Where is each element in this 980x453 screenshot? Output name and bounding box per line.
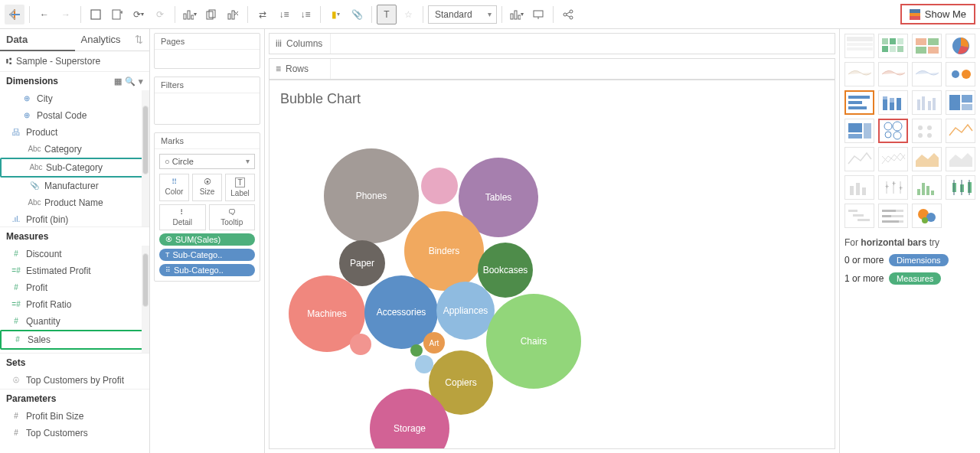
field-profit-ratio[interactable]: =#Profit Ratio [0, 296, 149, 313]
thumb-pie-map[interactable] [946, 62, 975, 86]
thumb-box-plot[interactable] [946, 175, 975, 200]
star-icon[interactable]: ☆ [398, 5, 418, 24]
marks-label-button[interactable]: TLabel [225, 174, 255, 201]
new-datasource-icon[interactable] [107, 5, 127, 24]
autoupdate-icon[interactable]: ⟳▾ [129, 5, 149, 24]
search-icon[interactable]: 🔍 [125, 77, 136, 86]
bubble-paper[interactable]: Paper [339, 240, 385, 286]
svg-point-66 [927, 125, 932, 130]
thumb-circle-views[interactable] [912, 119, 942, 143]
filters-card[interactable]: Filters [154, 77, 260, 125]
columns-shelf[interactable]: iiiColumns [269, 33, 835, 54]
svg-rect-18 [514, 11, 517, 19]
highlight-icon[interactable]: ▮▾ [325, 5, 345, 24]
bubble-bookcases[interactable]: Bookcases [478, 243, 533, 298]
marks-color-button[interactable]: ⠿Color [159, 174, 189, 201]
thumb-treemap[interactable] [946, 90, 975, 115]
thumb-side-by-side-bar[interactable] [912, 90, 942, 115]
back-button[interactable]: ← [34, 5, 54, 24]
bubble-chairs[interactable]: Chairs [486, 294, 581, 389]
duplicate-icon[interactable] [201, 5, 221, 24]
save-icon[interactable] [86, 5, 106, 24]
field-postal-code[interactable]: ⊕Postal Code [0, 107, 149, 124]
field-sales[interactable]: #Sales [0, 330, 149, 350]
bubble-chart[interactable]: PhonesTablesBindersMachinesAccessoriesAp… [270, 113, 835, 449]
marks-tooltip-button[interactable]: 🗨Tooltip [209, 204, 256, 230]
bubble-unlabeled[interactable] [421, 168, 458, 204]
viz-title[interactable]: Bubble Chart [280, 91, 835, 107]
bubble-unlabeled[interactable] [350, 334, 371, 355]
thumb-stacked-bar[interactable] [878, 90, 908, 115]
pill-subcategory-label[interactable]: TSub-Catego.. [159, 249, 255, 261]
share-icon[interactable] [558, 5, 578, 24]
field-profit-bin-size[interactable]: #Profit Bin Size [0, 408, 149, 425]
field-time-for-shipment[interactable]: =#Time for Shipment [0, 350, 149, 353]
fit-dropdown[interactable]: Standard [428, 5, 497, 24]
thumb-horizontal-bar[interactable] [844, 90, 874, 115]
dropdown-icon[interactable]: ▾ [139, 77, 143, 86]
thumb-circle-view[interactable] [844, 119, 874, 143]
field-top-customers[interactable]: #Top Customers [0, 425, 149, 442]
thumb-area-continuous[interactable] [912, 147, 942, 171]
thumb-bullet[interactable] [878, 204, 908, 228]
thumb-text-table[interactable] [844, 34, 874, 58]
marks-size-button[interactable]: ⦿Size [192, 174, 222, 201]
tab-data[interactable]: Data [0, 29, 75, 51]
thumb-packed-bubbles[interactable] [878, 119, 908, 143]
bubble-art[interactable]: Art [423, 332, 445, 354]
thumb-line-discrete[interactable] [844, 147, 874, 171]
marks-detail-button[interactable]: ⠇Detail [159, 204, 206, 230]
thumb-gantt[interactable] [844, 204, 874, 228]
view-grid-icon[interactable]: ▦ [114, 77, 122, 86]
thumb-dual-line[interactable] [878, 147, 908, 171]
logo-icon[interactable] [5, 5, 24, 24]
field-discount[interactable]: #Discount [0, 246, 149, 262]
field-manufacturer[interactable]: 📎Manufacturer [0, 178, 149, 194]
field-product[interactable]: 品Product [0, 124, 149, 141]
chart-type-icon[interactable]: ▾ [507, 5, 527, 24]
show-me-button[interactable]: Show Me [900, 4, 975, 24]
field-product-name[interactable]: AbcProduct Name [0, 194, 149, 211]
sort-asc-icon[interactable]: ↓≡ [274, 5, 294, 24]
thumb-symbol-map2[interactable] [912, 62, 942, 86]
tab-analytics[interactable]: Analytics ⇅ [75, 29, 150, 51]
thumb-packed-bubbles-color[interactable] [912, 204, 942, 228]
field-top-customers-by-profit[interactable]: ⦾Top Customers by Profit [0, 372, 149, 389]
field-city[interactable]: ⊕City [0, 90, 149, 107]
thumb-heatmap[interactable] [878, 34, 908, 58]
thumb-scatter[interactable]: +++ [878, 175, 908, 200]
refresh-icon[interactable]: ⟳ [150, 5, 170, 24]
svg-rect-90 [848, 210, 858, 212]
thumb-area-discrete[interactable] [946, 147, 975, 171]
field-profit-bin[interactable]: .ıl.Profit (bin) [0, 211, 149, 226]
field-category[interactable]: AbcCategory [0, 141, 149, 158]
rows-shelf[interactable]: ≡Rows [269, 58, 835, 80]
clip-icon: 📎 [29, 179, 40, 193]
swap-icon[interactable]: ⇄ [253, 5, 273, 24]
clear-icon[interactable] [223, 5, 243, 24]
thumb-pie[interactable] [946, 34, 975, 58]
field-estimated-profit[interactable]: =#Estimated Profit [0, 262, 149, 279]
bubble-unlabeled[interactable] [415, 355, 433, 373]
thumb-dual-combination[interactable] [844, 175, 874, 200]
thumb-highlight-table[interactable] [912, 34, 942, 58]
bubble-phones[interactable]: Phones [324, 148, 419, 243]
datasource-item[interactable]: ⑆Sample - Superstore [0, 51, 149, 71]
attach-icon[interactable]: 📎 [347, 5, 367, 24]
thumb-filled-map[interactable] [878, 62, 908, 86]
thumb-symbol-map[interactable] [844, 62, 874, 86]
pill-sum-sales[interactable]: ⦿SUM(Sales) [159, 233, 255, 246]
text-label-icon[interactable]: T [377, 5, 397, 24]
mark-type-select[interactable]: ○ Circle [159, 154, 255, 169]
thumb-line-continuous[interactable] [946, 119, 975, 143]
presentation-icon[interactable] [528, 5, 548, 24]
sort-desc-icon[interactable]: ↓≡ [296, 5, 315, 24]
field-profit[interactable]: #Profit [0, 279, 149, 296]
thumb-histogram[interactable] [912, 175, 942, 200]
field-sub-category[interactable]: AbcSub-Category [0, 158, 149, 178]
new-worksheet-icon[interactable]: ▾ [180, 5, 200, 24]
forward-button[interactable]: → [56, 5, 76, 24]
field-quantity[interactable]: #Quantity [0, 313, 149, 330]
pages-card[interactable]: Pages [154, 33, 260, 69]
pill-subcategory-color[interactable]: ⠿Sub-Catego.. [159, 264, 255, 276]
